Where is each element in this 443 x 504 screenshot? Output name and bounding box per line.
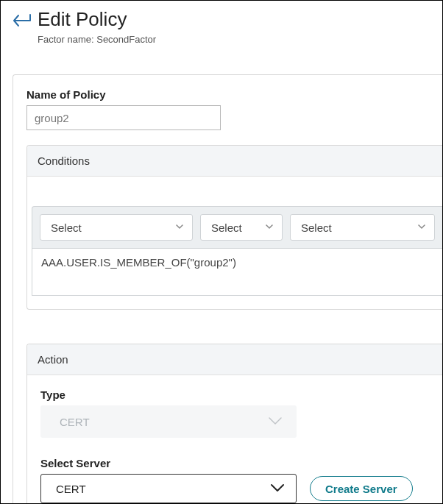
factor-name-value: SecondFactor (96, 34, 156, 45)
action-type-select: CERT (40, 405, 297, 438)
condition-select-2[interactable]: Select (200, 214, 283, 241)
condition-expression[interactable]: AAA.USER.IS_MEMBER_OF("group2") (32, 249, 442, 296)
select-server-dropdown[interactable]: CERT (40, 474, 297, 503)
factor-name-label: Factor name: (38, 34, 94, 45)
page-title: Edit Policy (38, 8, 156, 31)
chevron-down-icon (269, 482, 286, 496)
condition-select-1[interactable]: Select (40, 214, 193, 241)
back-arrow-icon[interactable] (13, 13, 32, 29)
select-server-label: Select Server (40, 457, 442, 469)
chevron-down-icon (417, 221, 427, 234)
policy-name-input[interactable] (26, 105, 221, 130)
chevron-down-icon (264, 221, 274, 234)
conditions-header: Conditions (27, 146, 442, 177)
condition-select-1-label: Select (51, 221, 82, 234)
action-header: Action (27, 344, 442, 375)
condition-select-2-label: Select (211, 221, 242, 234)
create-server-button[interactable]: Create Server (310, 476, 413, 501)
select-server-value: CERT (56, 483, 86, 495)
action-type-value: CERT (60, 416, 90, 428)
action-type-label: Type (40, 388, 442, 401)
condition-select-3[interactable]: Select (290, 214, 435, 241)
chevron-down-icon (267, 415, 283, 429)
chevron-down-icon (174, 221, 185, 234)
condition-select-3-label: Select (301, 221, 332, 234)
factor-name-subtitle: Factor name: SecondFactor (38, 34, 156, 45)
policy-name-label: Name of Policy (26, 88, 442, 101)
conditions-select-bar: Select Select Select (32, 206, 442, 249)
